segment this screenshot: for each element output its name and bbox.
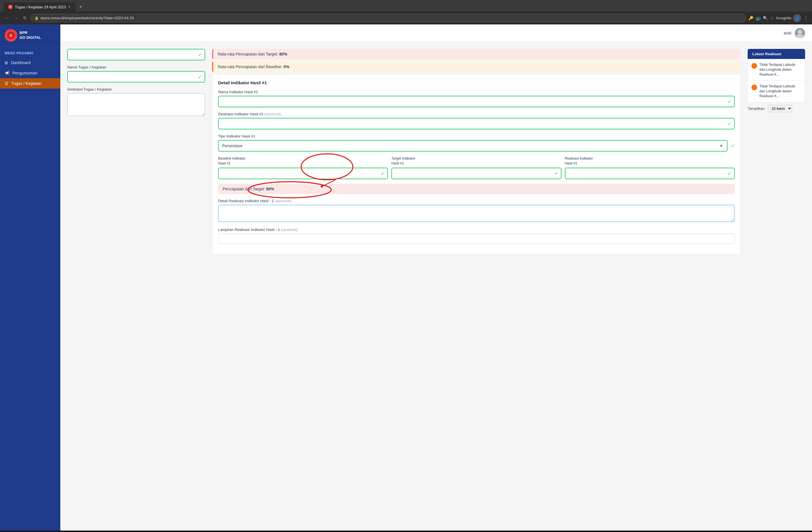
alert-target: Rata-rata Pencapaian dari Target: 80% — [212, 49, 741, 59]
pencapaian-value: 80% — [266, 187, 274, 191]
sidebar-section-title: Menu Pegawai — [0, 46, 60, 57]
rata-rata-target-label: Rata-rata Pencapaian dari Target: — [218, 52, 279, 56]
detail-realisasi-input[interactable] — [218, 205, 735, 222]
sidebar-label-tugas: Tugas / Kegiatan — [11, 81, 41, 86]
lampiran-group: Lampiran Realisasi Indikator Hasil - 1 (… — [218, 227, 735, 244]
lampiran-label: Lampiran Realisasi Indikator Hasil - 1 (… — [218, 227, 735, 232]
sidebar-logo: G BPRGO DIGITAL — [0, 25, 60, 46]
address-bar: ← → ↻ 🔒 dams.creva.id/employee/tasks/act… — [0, 12, 812, 25]
task-desc-label: Deskripsi Tugas / Kegiatan — [67, 87, 205, 92]
realisasi-label: Realisasi IndikatorHasil #1 — [565, 156, 735, 166]
deskripsi-indikator-label: Deskripsi Indikator Hasil #1 (opsional) — [218, 112, 735, 116]
lampiran-input[interactable] — [218, 234, 735, 244]
reload-button[interactable]: ↻ — [22, 14, 28, 22]
realisasi-check-icon: ✓ — [727, 170, 731, 176]
target-label: Target IndikatorHasil #1 — [391, 156, 561, 166]
browser-tab[interactable]: C Tugas / Kegiatan 29 April 2023 × — [3, 2, 75, 12]
task-name-input[interactable]: Develop App — [67, 71, 205, 83]
task-name-label: Nama Tugas / Kegiatan — [67, 65, 205, 69]
lokasi-header: Lokasi Realisasi — [748, 49, 805, 59]
indicator-panel: Rata-rata Pencapaian dari Target: 80% Ra… — [212, 49, 741, 254]
lokasi-item-2: Tidak Terdapat Latitude dan Longitude da… — [748, 81, 805, 102]
logo-text: BPRGO DIGITAL — [19, 30, 41, 40]
task-icon: ☰ — [4, 81, 8, 86]
detail-realisasi-label: Detail Realisasi Indikator Hasil - 1 (op… — [218, 199, 735, 203]
user-avatar — [795, 28, 805, 38]
target-col: Target IndikatorHasil #1 100% ✓ — [391, 156, 561, 179]
date-group: 29 April 2023 ✓ — [67, 49, 205, 60]
sidebar-label-pengumuman: Pengumuman — [12, 71, 37, 75]
date-input[interactable]: 29 April 2023 — [67, 49, 205, 60]
pencapaian-box: Pencapaian dari Target: 80% — [218, 184, 735, 194]
lokasi-text-1: Tidak Terdapat Latitude dan Longitude da… — [759, 62, 801, 77]
tab-title: Tugas / Kegiatan 29 April 2023 — [15, 5, 66, 9]
url-bar[interactable]: 🔒 dams.creva.id/employee/tasks/activity?… — [30, 14, 746, 22]
target-input[interactable]: 100% — [391, 168, 561, 179]
nama-indikator-input[interactable]: Feature 4 — [218, 96, 735, 107]
indicator-section-title: Detail Indikator Hasil #1 — [218, 80, 735, 85]
nama-indikator-label: Nama Indikator Hasil #1 — [218, 90, 735, 94]
back-button[interactable]: ← — [3, 14, 10, 22]
tab-close-button[interactable]: × — [68, 4, 71, 9]
menu-icon[interactable]: ⋮ — [803, 15, 809, 21]
address-bar-actions: 🔑 📺 🔍 ☆ — [749, 16, 774, 20]
realisasi-input[interactable]: 80% — [565, 168, 735, 179]
sidebar: G BPRGO DIGITAL Menu Pegawai ⊞ Dashboard… — [0, 25, 60, 531]
three-col-fields: Baseline IndikatorHasil #1 0% ✓ Target I… — [218, 156, 735, 179]
svg-text:G: G — [10, 33, 12, 38]
logo-icon: G — [4, 29, 17, 42]
deskripsi-indikator-input[interactable]: Feature 4 — [218, 118, 735, 129]
tab-favicon: C — [8, 4, 13, 9]
tampilkan-select[interactable]: 10 baris 25 baris — [768, 105, 792, 112]
browser-chrome: C Tugas / Kegiatan 29 April 2023 × + ← →… — [0, 0, 812, 25]
task-name-check-icon: ✓ — [198, 74, 202, 80]
deskripsi-indikator-group: Deskripsi Indikator Hasil #1 (opsional) … — [218, 112, 735, 129]
sidebar-item-tugas[interactable]: ☰ Tugas / Kegiatan — [0, 78, 60, 88]
pencapaian-label: Pencapaian dari Target: — [223, 187, 266, 191]
tipe-indikator-label: Tipe Indikator Hasil #1 — [218, 134, 735, 138]
baseline-label: Baseline IndikatorHasil #1 — [218, 156, 388, 166]
tipe-check-icon: ✓ — [731, 143, 735, 149]
nama-indikator-group: Nama Indikator Hasil #1 Feature 4 ✓ — [218, 90, 735, 107]
star-icon: ☆ — [770, 16, 774, 20]
sidebar-label-dashboard: Dashboard — [11, 60, 31, 65]
user-name: andi — [784, 31, 791, 36]
tampilkan-label: Tampilkan: — [748, 107, 766, 111]
svg-point-3 — [798, 30, 802, 34]
incognito-label: Incognito — [776, 16, 791, 20]
alert-baseline: Rata-rata Pencapaian dari Baseline: 0% — [212, 61, 741, 72]
cast-icon: 📺 — [756, 16, 760, 20]
tampilkan-row: Tampilkan: 10 baris 25 baris — [748, 102, 805, 115]
lokasi-dot-2 — [751, 85, 757, 90]
date-check-icon: ✓ — [198, 52, 202, 57]
task-desc-input[interactable] — [67, 93, 205, 116]
incognito-badge: Incognito 👤 — [776, 14, 801, 22]
lock-icon: 🔒 — [34, 16, 39, 20]
rata-rata-baseline-label: Rata-rata Pencapaian dari Baseline: — [218, 65, 284, 69]
baseline-input[interactable]: 0% — [218, 168, 388, 179]
rata-rata-baseline-value: 0% — [284, 65, 289, 69]
forward-button[interactable]: → — [13, 14, 19, 22]
task-name-group: Nama Tugas / Kegiatan Develop App ✓ — [67, 65, 205, 83]
lokasi-text-2: Tidak Terdapat Latitude dan Longitude da… — [759, 84, 801, 98]
baseline-check-icon: ✓ — [381, 170, 385, 176]
announcement-icon: 📢 — [4, 71, 10, 75]
content-area: 29 April 2023 ✓ Nama Tugas / Kegiatan De… — [60, 42, 812, 262]
detail-realisasi-group: Detail Realisasi Indikator Hasil - 1 (op… — [218, 199, 735, 223]
nama-indikator-check: ✓ — [727, 99, 731, 104]
deskripsi-indikator-check: ✓ — [727, 121, 731, 127]
target-check-icon: ✓ — [554, 170, 558, 176]
sidebar-item-dashboard[interactable]: ⊞ Dashboard — [0, 57, 60, 68]
new-tab-button[interactable]: + — [77, 3, 85, 12]
sidebar-item-pengumuman[interactable]: 📢 Pengumuman — [0, 68, 60, 78]
tipe-indikator-select[interactable]: Persentase Angka Boolean — [218, 140, 727, 152]
tipe-indikator-group: Tipe Indikator Hasil #1 Persentase Angka… — [218, 134, 735, 152]
key-icon: 🔑 — [749, 16, 753, 20]
url-text: dams.creva.id/employee/tasks/activity?da… — [41, 16, 134, 20]
main-content: andi 29 April 2023 ✓ — [60, 25, 812, 531]
form-panel: 29 April 2023 ✓ Nama Tugas / Kegiatan De… — [67, 49, 205, 254]
zoom-icon: 🔍 — [763, 16, 768, 20]
right-panel: Lokasi Realisasi Tidak Terdapat Latitude… — [748, 49, 805, 254]
rata-rata-target-value: 80% — [279, 52, 287, 56]
lokasi-dot-1 — [751, 63, 757, 69]
